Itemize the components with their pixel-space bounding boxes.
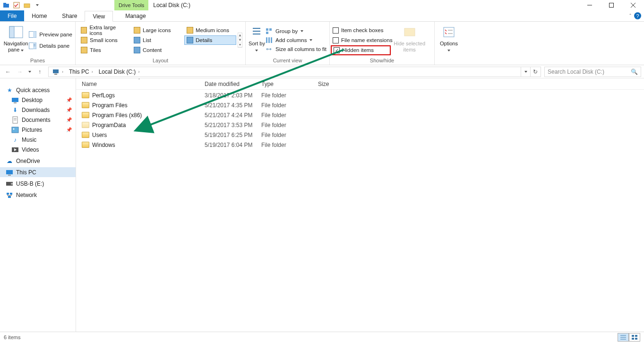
folder-icon — [82, 92, 89, 98]
nav-videos[interactable]: Videos — [0, 145, 76, 154]
qat-customize[interactable] — [32, 0, 43, 10]
layout-details[interactable]: Details — [184, 35, 236, 45]
svg-rect-11 — [33, 32, 36, 38]
hidden-items-toggle[interactable]: ✓Hidden items — [331, 45, 391, 55]
layout-medium-icons[interactable]: Medium icons — [184, 26, 236, 35]
file-extensions-toggle[interactable]: File name extensions — [333, 35, 393, 45]
breadcrumb-root[interactable]: › — [50, 68, 67, 76]
svg-rect-41 — [8, 175, 11, 176]
app-icon[interactable] — [1, 0, 11, 10]
table-row[interactable]: PerfLogs3/18/2017 2:03 PMFile folder — [82, 90, 644, 100]
file-type: File folder — [261, 122, 318, 128]
ribbon-group-current-view: Sort by Group by Add columns Size all co… — [246, 22, 330, 65]
nav-forward-button[interactable]: → — [15, 67, 25, 77]
search-input[interactable]: Search Local Disk (C:) 🔍 — [544, 67, 641, 77]
nav-pictures[interactable]: Pictures📌 — [0, 125, 76, 135]
breadcrumb[interactable]: › This PC› Local Disk (C:)› ↻ — [48, 67, 541, 77]
svg-rect-20 — [269, 28, 272, 31]
nav-music[interactable]: ♪Music — [0, 135, 76, 145]
col-size[interactable]: Size — [318, 81, 356, 87]
address-bar-row: ← → ↑ › This PC› Local Disk (C:)› ↻ Sear… — [0, 65, 644, 78]
add-columns-button[interactable]: Add columns — [265, 36, 326, 44]
file-type: File folder — [261, 142, 318, 148]
layout-list[interactable]: List — [131, 35, 183, 45]
nav-network[interactable]: Network — [0, 190, 76, 200]
nav-up-button[interactable]: ↑ — [34, 67, 45, 77]
qat-new-folder[interactable] — [22, 0, 32, 10]
table-row[interactable]: Program Files5/21/2017 4:35 PMFile folde… — [82, 100, 644, 110]
svg-rect-46 — [8, 196, 11, 198]
nav-quick-access[interactable]: ★Quick access — [0, 85, 76, 95]
view-details-button[interactable] — [618, 333, 629, 342]
column-headers: Nameˆ Date modified Type Size — [76, 78, 644, 90]
nav-usb-drive[interactable]: USB-B (E:) — [0, 179, 76, 188]
view-large-icons-button[interactable] — [629, 333, 640, 342]
table-row[interactable]: Users5/19/2017 6:25 PMFile folder — [82, 130, 644, 140]
qat-properties[interactable] — [11, 0, 22, 10]
onedrive-icon: ☁ — [6, 157, 13, 165]
navigation-pane-button[interactable]: Navigation pane — [3, 23, 29, 57]
layout-extra-large-icons[interactable]: Extra large icons — [78, 26, 130, 35]
item-checkboxes-toggle[interactable]: Item check boxes — [333, 26, 393, 35]
nav-documents[interactable]: Documents📌 — [0, 115, 76, 125]
layout-small-icons[interactable]: Small icons — [78, 35, 130, 45]
nav-back-button[interactable]: ← — [3, 67, 13, 77]
ribbon-group-show-hide: Item check boxes File name extensions ✓H… — [330, 22, 435, 65]
address-dropdown-button[interactable] — [521, 67, 530, 77]
tab-home[interactable]: Home — [24, 10, 54, 21]
tab-view[interactable]: View — [85, 11, 113, 22]
layout-content[interactable]: Content — [131, 45, 183, 55]
group-by-button[interactable]: Group by — [265, 27, 326, 35]
svg-rect-26 — [444, 27, 454, 37]
tab-manage[interactable]: Manage — [118, 10, 153, 21]
ribbon: Navigation pane Preview pane Details pan… — [0, 22, 644, 65]
group-by-icon — [265, 27, 273, 35]
svg-rect-30 — [54, 74, 57, 75]
svg-rect-21 — [266, 32, 268, 34]
pc-icon — [52, 68, 60, 76]
breadcrumb-this-pc[interactable]: This PC› — [67, 68, 96, 75]
svg-rect-36 — [12, 127, 18, 133]
options-button[interactable]: Options — [438, 23, 460, 57]
file-type: File folder — [261, 92, 318, 99]
table-row[interactable]: ProgramData5/21/2017 3:53 PMFile folder — [82, 120, 644, 130]
layout-large-icons[interactable]: Large icons — [131, 26, 183, 35]
nav-history-button[interactable] — [26, 67, 33, 77]
close-button[interactable] — [622, 0, 644, 10]
svg-rect-43 — [11, 183, 13, 185]
col-name[interactable]: Nameˆ — [82, 81, 205, 87]
group-label-layout: Layout — [78, 57, 242, 65]
details-pane-icon — [29, 42, 36, 50]
help-icon[interactable]: ? — [634, 12, 641, 19]
col-type[interactable]: Type — [261, 81, 318, 87]
breadcrumb-local-disk[interactable]: Local Disk (C:)› — [96, 68, 143, 75]
maximize-button[interactable] — [601, 0, 622, 10]
layout-gallery-scroll[interactable]: ▲▼▾ — [238, 33, 242, 48]
downloads-icon: ⬇ — [11, 106, 19, 114]
sort-by-button[interactable]: Sort by — [249, 23, 265, 57]
nav-desktop[interactable]: Desktop📌 — [0, 95, 76, 105]
minimize-button[interactable] — [579, 0, 601, 10]
table-row[interactable]: Program Files (x86)5/21/2017 4:24 PMFile… — [82, 110, 644, 120]
layout-tiles[interactable]: Tiles — [78, 45, 130, 55]
nav-downloads[interactable]: ⬇Downloads📌 — [0, 105, 76, 115]
nav-this-pc[interactable]: This PC — [0, 167, 76, 177]
checkbox-icon — [333, 37, 339, 43]
svg-rect-25 — [404, 28, 415, 36]
tab-share[interactable]: Share — [54, 10, 85, 21]
nav-onedrive[interactable]: ☁OneDrive — [0, 156, 76, 166]
ribbon-group-panes: Navigation pane Preview pane Details pan… — [0, 22, 76, 65]
size-all-columns-button[interactable]: Size all columns to fit — [265, 45, 326, 53]
file-name: ProgramData — [92, 122, 126, 128]
table-row[interactable]: Windows5/19/2017 6:04 PMFile folder — [82, 140, 644, 150]
preview-pane-button[interactable]: Preview pane — [29, 31, 72, 38]
file-date: 5/19/2017 6:25 PM — [205, 132, 261, 138]
search-icon: 🔍 — [631, 68, 638, 75]
ribbon-tabs: File Home Share View Manage ˆ ? — [0, 10, 644, 22]
refresh-button[interactable]: ↻ — [530, 67, 540, 77]
collapse-ribbon-button[interactable]: ˆ — [629, 13, 631, 19]
tab-file[interactable]: File — [0, 10, 24, 21]
contextual-tab-drive-tools: Drive Tools — [114, 0, 148, 10]
details-pane-button[interactable]: Details pane — [29, 42, 72, 50]
col-date[interactable]: Date modified — [205, 81, 261, 87]
